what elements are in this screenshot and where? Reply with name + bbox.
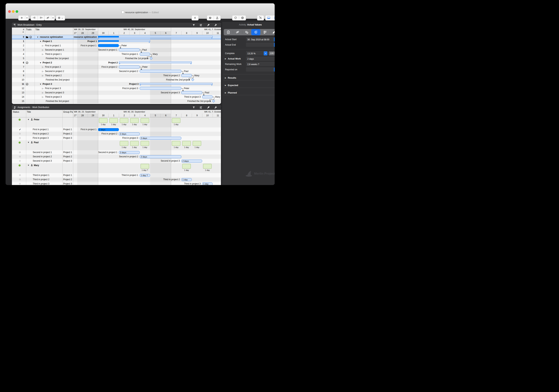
- toggle-inspector-button[interactable]: [272, 15, 275, 20]
- tab-notes-tab[interactable]: [270, 29, 275, 35]
- disclosure-closed-icon[interactable]: ▶: [225, 57, 226, 61]
- link-options-button[interactable]: [51, 15, 55, 20]
- add-button[interactable]: [18, 15, 25, 20]
- row-title[interactable]: Finished the 3rd project: [46, 99, 69, 103]
- resource-name[interactable]: Paul: [34, 140, 38, 145]
- disclosure-open-icon[interactable]: ▼: [28, 140, 29, 145]
- tab-budget-tab[interactable]: $: [242, 29, 251, 35]
- assignment-title[interactable]: Second in project 2: [33, 155, 52, 159]
- actions-button[interactable]: [192, 15, 199, 20]
- format-button[interactable]: [207, 106, 210, 109]
- task-bar[interactable]: [140, 53, 150, 56]
- disclosure-closed-icon[interactable]: ▷: [42, 65, 44, 69]
- row-title[interactable]: Finished the 2nd project: [46, 78, 70, 82]
- row-title[interactable]: Project 1: [43, 39, 52, 44]
- tab-values-tab[interactable]: [260, 29, 270, 35]
- disclosure-closed-icon[interactable]: ▷: [42, 52, 44, 56]
- row-title[interactable]: Second in project 2: [45, 69, 64, 74]
- outdent-button[interactable]: [37, 15, 45, 20]
- assignment-bar[interactable]: 2 days: [119, 132, 140, 135]
- task-bar[interactable]: [119, 65, 140, 68]
- column-header-title[interactable]: Title: [27, 111, 31, 113]
- row-title[interactable]: Second in project 3: [45, 91, 64, 95]
- disclosure-open-icon[interactable]: ▼: [40, 61, 41, 65]
- tab-info-tab[interactable]: [224, 29, 233, 35]
- assignment-bar[interactable]: 1 day: [181, 178, 192, 181]
- filter-button[interactable]: [192, 24, 195, 27]
- field-value-box[interactable]: 2 days: [246, 57, 275, 61]
- assignment-title[interactable]: Second in project 3: [33, 159, 52, 163]
- breadcrumb-current[interactable]: Work Distribution: [32, 106, 49, 109]
- assignment-bar[interactable]: 1 day ?: [140, 174, 150, 177]
- assignment-bar[interactable]: 2 days: [119, 151, 140, 154]
- disclosure-closed-icon[interactable]: ▷: [42, 74, 44, 78]
- disclosure-open-icon[interactable]: ▼: [28, 163, 29, 168]
- disclosure-open-icon[interactable]: ▼: [28, 117, 29, 122]
- assignment-title[interactable]: Third in project 2: [33, 177, 49, 182]
- disclosure-closed-icon[interactable]: ▷: [42, 86, 44, 91]
- milestone-diamond[interactable]: [150, 57, 153, 60]
- breadcrumb-root[interactable]: Assignments: [18, 106, 30, 109]
- assignment-bar[interactable]: 2 days: [140, 137, 181, 140]
- breadcrumb-root[interactable]: Work Breakdown: [18, 24, 34, 26]
- disclosure-closed-icon[interactable]: ▶: [225, 76, 226, 80]
- task-bar[interactable]: [181, 74, 192, 77]
- complete-100-button[interactable]: 100 %: [269, 51, 275, 56]
- row-title[interactable]: Project 2: [43, 61, 52, 65]
- task-bar[interactable]: [140, 70, 181, 73]
- toggle-bottom-pane-button[interactable]: [265, 15, 272, 20]
- assignment-bar-done[interactable]: 2 days: [98, 128, 119, 131]
- summary-bar[interactable]: [119, 62, 192, 63]
- row-title[interactable]: First in project 2: [45, 65, 61, 69]
- tools-menu-button[interactable]: [214, 24, 217, 27]
- assignment-bar[interactable]: 2 days: [140, 155, 181, 158]
- column-header-group[interactable]: Group Pa: [63, 111, 73, 113]
- task-bar[interactable]: [140, 87, 181, 90]
- disclosure-closed-icon[interactable]: ▷: [42, 69, 44, 74]
- assignment-title[interactable]: First in project 2: [33, 132, 48, 136]
- section-header-expected[interactable]: Expected: [228, 84, 238, 87]
- column-header-num[interactable]: #: [12, 28, 24, 31]
- filter-button[interactable]: [192, 106, 195, 109]
- milestone-diamond[interactable]: [191, 78, 194, 81]
- resource-name[interactable]: Mary: [34, 163, 39, 168]
- column-header-title[interactable]: Title: [35, 28, 39, 31]
- breadcrumb-current[interactable]: Entry: [37, 24, 42, 26]
- task-bar[interactable]: [181, 91, 202, 94]
- disclosure-open-icon[interactable]: ▼: [40, 39, 41, 44]
- assignment-title[interactable]: Second in project 1: [33, 150, 52, 155]
- publish-button[interactable]: [239, 15, 246, 20]
- disclosure-closed-icon[interactable]: ▷: [42, 95, 44, 99]
- disclosure-closed-icon[interactable]: ▷: [42, 48, 44, 52]
- add-options-button[interactable]: [25, 15, 29, 20]
- row-title[interactable]: Third in project 3: [45, 95, 62, 99]
- assignment-title[interactable]: Third in project 1: [33, 173, 49, 177]
- outline-button[interactable]: [200, 106, 203, 109]
- field-value-box[interactable]: 30. Sep 2019 at 08:00: [246, 37, 275, 41]
- row-title[interactable]: resource optimization: [40, 35, 63, 39]
- section-header-planned[interactable]: Planned: [228, 91, 237, 95]
- assignment-bar[interactable]: 2 days: [181, 159, 202, 163]
- assignment-bar[interactable]: 1 day: [202, 182, 213, 185]
- field-value-box[interactable]: 2,6 weeks ?: [246, 62, 275, 66]
- tab-links-tab[interactable]: [233, 29, 242, 35]
- disclosure-closed-icon[interactable]: ▶: [225, 91, 226, 95]
- outline-button[interactable]: [200, 24, 203, 27]
- disclosure-closed-icon[interactable]: ▶: [225, 84, 226, 87]
- row-title[interactable]: Second in project 1: [45, 48, 64, 52]
- disclosure-closed-icon[interactable]: ▷: [42, 44, 44, 48]
- library-button[interactable]: [207, 15, 214, 20]
- row-title[interactable]: Project 3: [43, 82, 52, 86]
- dropdown-button[interactable]: [274, 37, 275, 41]
- disclosure-open-icon[interactable]: ▼: [40, 82, 41, 86]
- milestone-diamond[interactable]: [212, 100, 215, 103]
- sync-button[interactable]: [232, 15, 239, 20]
- task-bar[interactable]: [119, 48, 140, 51]
- summary-bar[interactable]: [140, 83, 213, 85]
- dropdown-button[interactable]: [264, 51, 267, 56]
- assignment-title[interactable]: Third in project 3: [33, 182, 49, 185]
- assignment-title[interactable]: First in project 3: [33, 136, 48, 140]
- format-button[interactable]: [207, 24, 210, 27]
- resources-button[interactable]: [214, 15, 221, 20]
- row-title[interactable]: Finished the 1st project: [46, 56, 69, 61]
